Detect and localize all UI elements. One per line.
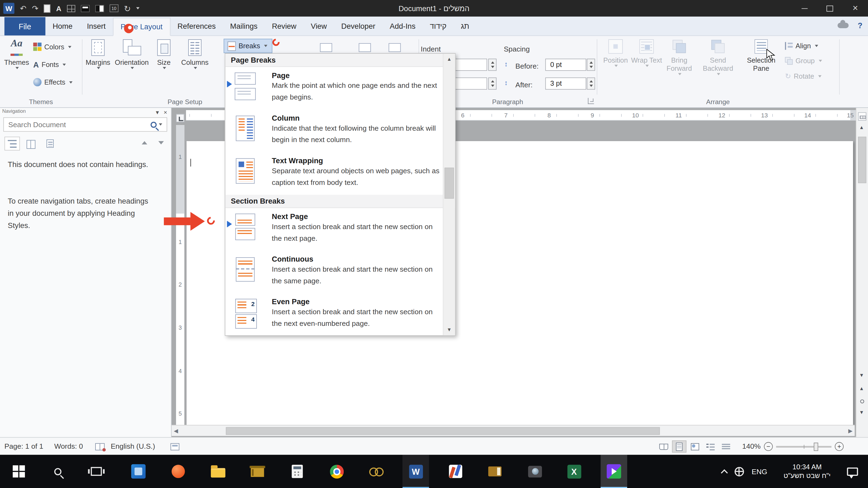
help-icon[interactable] xyxy=(858,21,862,30)
macro-recording-icon[interactable] xyxy=(170,443,180,451)
taskbar-icon-word[interactable] xyxy=(403,455,429,488)
browse-results-tab[interactable] xyxy=(42,137,58,151)
breaks-button[interactable]: Breaks xyxy=(223,39,272,53)
scroll-down-button[interactable]: ▼ xyxy=(859,372,864,378)
ribbon-tab-tag[interactable]: תג xyxy=(454,17,476,35)
scroll-right-button[interactable]: ▶ xyxy=(848,428,852,434)
new-document-icon[interactable] xyxy=(44,4,51,12)
redo-icon[interactable] xyxy=(32,4,38,12)
page-indicator[interactable]: Page: 1 of 1 xyxy=(4,442,43,451)
language-indicator[interactable]: English (U.S.) xyxy=(111,442,155,451)
cloud-sync-icon[interactable] xyxy=(838,23,849,28)
rotate-button[interactable]: Rotate xyxy=(785,72,822,80)
margins-button[interactable]: Margins xyxy=(83,38,113,69)
qat-customize-icon[interactable] xyxy=(136,7,140,9)
horizontal-scrollbar[interactable]: ◀ ▶ xyxy=(172,425,855,436)
taskbar-clock[interactable]: 10:34 AM י"ח שבט תשע"ט xyxy=(775,462,839,480)
taskbar-icon-gold-emblem[interactable] xyxy=(244,455,271,488)
taskbar-icon-chrome[interactable] xyxy=(323,455,350,488)
view-web-layout-button[interactable] xyxy=(688,440,702,453)
taskbar-icon-orange-app[interactable] xyxy=(165,455,191,488)
taskbar-icon-binoculars[interactable] xyxy=(363,455,390,488)
taskbar-icon-camera[interactable] xyxy=(521,455,548,488)
menu-item-continuous[interactable]: Continuous Insert a section break and st… xyxy=(225,251,443,293)
bring-forward-button[interactable]: Bring Forward xyxy=(663,38,695,75)
tab-selector[interactable] xyxy=(176,114,184,122)
menu-scroll-down-button[interactable]: ▼ xyxy=(443,324,455,335)
colors-button[interactable]: Colors xyxy=(33,42,71,51)
menu-scrollbar[interactable]: ▲ ▼ xyxy=(443,54,455,335)
orientation-button[interactable]: Orientation xyxy=(114,38,150,69)
size-button[interactable]: Size xyxy=(151,38,177,69)
indent-left-spinner[interactable] xyxy=(488,59,497,71)
spacing-before-spinner[interactable] xyxy=(587,59,595,71)
align-button[interactable]: Align xyxy=(785,42,818,50)
ribbon-tab-file[interactable]: File xyxy=(4,17,45,35)
spacing-after-spinner[interactable] xyxy=(587,77,595,90)
task-view-button[interactable] xyxy=(83,455,110,488)
send-backward-button[interactable]: Send Backward xyxy=(696,38,739,75)
ribbon-tab-add-ins[interactable]: Add-Ins xyxy=(382,17,423,35)
paragraph-dialog-launcher[interactable] xyxy=(588,98,594,104)
ribbon-tab-review[interactable]: Review xyxy=(265,17,304,35)
ribbon-tab-developer[interactable]: Developer xyxy=(334,17,383,35)
start-button[interactable] xyxy=(5,455,32,488)
wrap-text-button[interactable]: Wrap Text xyxy=(631,38,662,67)
scroll-up-button[interactable]: ▲ xyxy=(859,124,864,130)
taskbar-icon-calculator[interactable] xyxy=(284,455,311,488)
pane-options-icon[interactable]: ▾ xyxy=(156,109,159,116)
ribbon-tab-references[interactable]: References xyxy=(170,17,223,35)
ribbon-tab-mailings[interactable]: Mailings xyxy=(223,17,265,35)
refresh-icon[interactable] xyxy=(124,4,131,12)
font-style-icon[interactable] xyxy=(56,5,61,12)
group-button[interactable]: Group xyxy=(785,57,822,65)
select-browse-object-button[interactable] xyxy=(860,399,864,403)
search-icon[interactable] xyxy=(151,122,156,127)
undo-icon[interactable] xyxy=(20,4,26,12)
taskbar-icon-color-bars[interactable] xyxy=(442,455,469,488)
horizontal-scroll-thumb[interactable] xyxy=(226,427,660,435)
menu-scroll-up-button[interactable]: ▲ xyxy=(443,54,455,65)
view-draft-button[interactable] xyxy=(718,440,733,453)
word-count[interactable]: Words: 0 xyxy=(54,442,83,451)
close-button[interactable] xyxy=(842,0,868,17)
ribbon-tab-page-layout[interactable]: Page Layout xyxy=(113,18,170,36)
view-read-mode-button[interactable] xyxy=(656,440,671,453)
partially-hidden-ribbon-icon[interactable] xyxy=(359,43,371,52)
zoom-level[interactable]: 140% xyxy=(737,442,761,451)
ribbon-tab-home[interactable]: Home xyxy=(45,17,80,35)
vertical-scrollbar[interactable]: ▲ ▼ ▲ ▼ xyxy=(856,108,868,437)
spacing-after-field[interactable]: 3 pt xyxy=(545,77,586,90)
line-numbering-icon[interactable] xyxy=(110,4,119,12)
taskbar-icon-video-editor[interactable] xyxy=(600,455,627,488)
taskbar-icon-excel[interactable] xyxy=(561,455,587,488)
effects-button[interactable]: Effects xyxy=(33,78,72,87)
zoom-slider[interactable] xyxy=(776,446,831,448)
fonts-button[interactable]: Fonts xyxy=(33,60,66,69)
browse-headings-tab[interactable] xyxy=(4,137,20,151)
zoom-in-button[interactable]: + xyxy=(835,442,844,451)
word-logo-icon[interactable] xyxy=(3,3,14,14)
ribbon-tab-insert[interactable]: Insert xyxy=(80,17,113,35)
scroll-left-button[interactable]: ◀ xyxy=(174,428,178,434)
notification-center-icon[interactable] xyxy=(847,467,858,476)
indent-right-spinner[interactable] xyxy=(488,77,497,90)
pane-close-icon[interactable]: × xyxy=(163,109,167,116)
partially-hidden-ribbon-icon[interactable] xyxy=(389,43,401,52)
spacing-before-field[interactable]: 0 pt xyxy=(545,59,586,71)
vertical-scroll-thumb[interactable] xyxy=(858,137,866,183)
search-options-icon[interactable] xyxy=(159,123,162,126)
partially-hidden-ribbon-icon[interactable] xyxy=(320,43,332,52)
browse-pages-tab[interactable] xyxy=(23,137,39,151)
taskbar-icon-file-explorer[interactable] xyxy=(205,455,231,488)
proofing-icon[interactable] xyxy=(95,443,105,451)
taskbar-icon-book[interactable] xyxy=(482,455,508,488)
ruler-toggle-button[interactable] xyxy=(858,112,866,121)
search-input[interactable] xyxy=(4,120,151,129)
ribbon-tab-view[interactable]: View xyxy=(304,17,334,35)
network-icon[interactable] xyxy=(735,466,744,476)
zoom-out-button[interactable]: − xyxy=(764,442,773,451)
previous-heading-button[interactable] xyxy=(142,141,147,144)
view-print-layout-button[interactable] xyxy=(672,440,686,453)
page-preview-dark-icon[interactable] xyxy=(81,5,90,12)
